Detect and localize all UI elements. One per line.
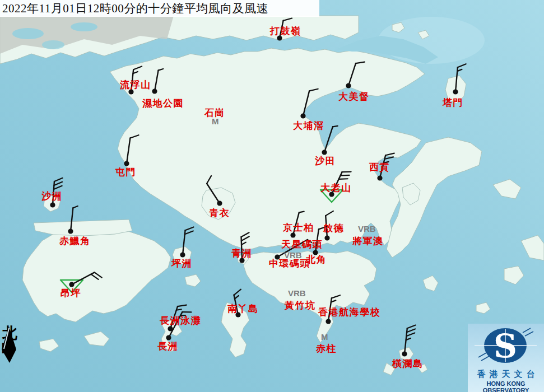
station-dot: [326, 319, 331, 324]
station-label: 啟德: [323, 223, 344, 234]
hko-logo-name-en: HONG KONG OBSERVATORY: [468, 380, 544, 392]
station-dot: [300, 113, 305, 118]
station-label: 屯門: [115, 167, 136, 178]
hko-logo-icon: S: [468, 324, 544, 368]
station-label: 赤柱: [315, 343, 337, 354]
station-tag-m: M: [321, 332, 328, 342]
station-dot: [346, 83, 351, 88]
svg-text:S: S: [494, 327, 517, 365]
hko-logo: S 香港天文台 HONG KONG OBSERVATORY: [468, 324, 544, 392]
station-label: 西貢: [369, 162, 390, 172]
station-dot: [180, 252, 185, 257]
station-label: 南丫島: [227, 304, 259, 314]
station-label: 大老山: [320, 183, 352, 193]
station-label: 香港航海學校: [318, 307, 380, 318]
station-label: 橫瀾島: [392, 358, 424, 369]
station-dot: [290, 232, 295, 237]
station-label: 濕地公園: [142, 98, 184, 109]
weather-map-screenshot: 打鼓嶺流浮山濕地公園石崗M大美督塔門大埔滘沙田屯門西貢沙洲大老山青衣赤鱲角京士柏…: [0, 0, 544, 392]
station-dot: [124, 161, 129, 166]
station-label: 黃竹坑: [284, 300, 316, 311]
station-dot: [402, 351, 407, 356]
station-dot: [322, 150, 327, 155]
station-label: 天星碼頭: [281, 239, 323, 250]
station-label: 流浮山: [119, 80, 151, 90]
station-label: 北角: [305, 254, 327, 265]
station-label: 長洲: [157, 341, 178, 352]
station-dot: [152, 88, 157, 94]
station-label: 昂坪: [61, 288, 81, 298]
station-dot: [166, 335, 171, 340]
station-label: 赤鱲角: [59, 236, 91, 246]
station-dot: [324, 235, 329, 240]
station-label: 將軍澳: [352, 236, 384, 246]
station-tag-m: M: [212, 116, 219, 126]
station-dot: [217, 200, 222, 206]
station-label: 大埔滘: [293, 120, 324, 131]
hko-logo-name-cn: 香港天文台: [468, 369, 544, 380]
station-dot: [377, 175, 382, 180]
station-tag-vrb: VRB: [288, 288, 306, 298]
station-label: 青衣: [209, 208, 230, 218]
station-label: 沙洲: [41, 191, 62, 202]
station-dot: [68, 228, 73, 234]
station-label: 長洲泳灘: [160, 315, 201, 326]
station-label: 京士柏: [282, 222, 314, 233]
hong-kong-map: 打鼓嶺流浮山濕地公園石崗M大美督塔門大埔滘沙田屯門西貢沙洲大老山青衣赤鱲角京士柏…: [0, 0, 544, 392]
north-compass: 北 N: [1, 326, 24, 356]
station-label: 青洲: [231, 248, 252, 259]
station-label: 大美督: [338, 91, 370, 102]
station-dot: [453, 89, 458, 94]
station-label: 塔門: [442, 97, 463, 108]
station-dot: [50, 202, 55, 207]
station-tag-vrb: VRB: [358, 224, 376, 234]
station-dot: [69, 282, 74, 287]
station-label: 坪洲: [171, 258, 192, 269]
north-arrow-icon: [1, 326, 21, 365]
station-label: 沙田: [314, 156, 336, 166]
map-title: 2022年11月01日12時00分的十分鐘平均風向及風速: [0, 0, 319, 17]
station-label: 中環碼頭: [269, 258, 310, 269]
station-label: 打鼓嶺: [269, 26, 301, 36]
